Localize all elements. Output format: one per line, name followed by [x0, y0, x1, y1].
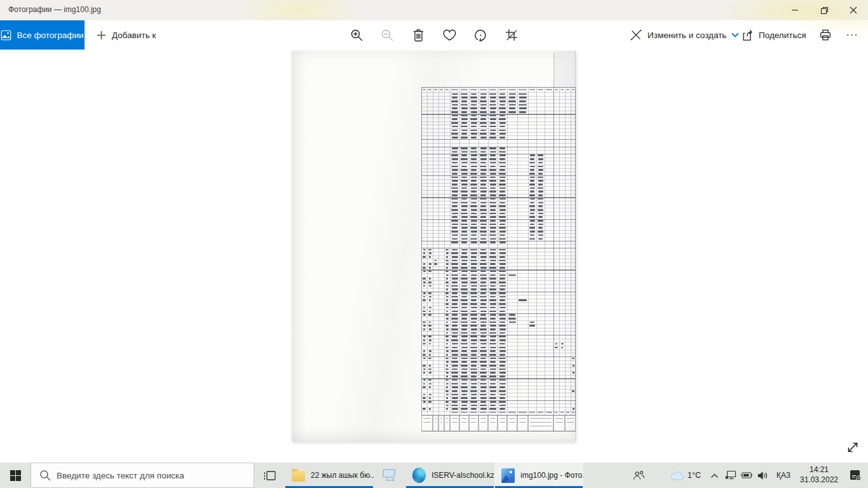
photo-icon — [1, 30, 11, 41]
print-button[interactable] — [810, 20, 841, 50]
language-label: ҚАЗ — [776, 471, 790, 480]
add-to-label: Добавить к — [112, 30, 156, 40]
folder-icon — [292, 471, 305, 482]
close-button[interactable] — [839, 0, 868, 20]
temperature-label: 1°C — [688, 471, 701, 480]
more-button[interactable]: ··· — [839, 20, 865, 50]
minimize-icon — [791, 6, 799, 14]
photos-app-icon — [501, 468, 515, 483]
people-button[interactable] — [628, 463, 649, 488]
more-label: ··· — [846, 29, 858, 41]
all-photos-label: Все фотографии — [17, 30, 83, 40]
zoom-in-icon — [350, 29, 363, 42]
edit-create-label: Изменить и создать — [648, 30, 726, 40]
action-center-icon — [850, 470, 862, 481]
edge-browser-icon — [412, 468, 426, 483]
tray-overflow-button[interactable] — [707, 463, 722, 488]
rotate-icon — [474, 29, 487, 42]
task-view-button[interactable] — [254, 463, 285, 488]
time-label: 14:21 — [810, 465, 829, 474]
taskbar-app-folder[interactable]: 22 жыл ашык бю... — [285, 463, 374, 488]
crop-icon — [505, 29, 518, 41]
all-photos-button[interactable]: Все фотографии — [0, 20, 85, 50]
clock-button[interactable]: 14:21 31.03.2022 — [796, 463, 843, 488]
restore-icon — [820, 6, 829, 15]
edit-create-button[interactable]: Изменить и создать — [626, 20, 743, 50]
people-icon — [633, 470, 645, 480]
taskbar: 22 жыл ашык бю... ISERV-alschool.kz ... … — [0, 463, 868, 488]
monitor-icon — [381, 468, 398, 483]
battery-icon — [740, 471, 753, 479]
paper-fold-shade — [554, 51, 576, 87]
fullscreen-button[interactable] — [843, 437, 863, 458]
trash-icon — [412, 29, 424, 42]
network-icon — [725, 470, 736, 480]
zoom-out-button[interactable] — [372, 20, 402, 50]
heart-icon — [443, 29, 456, 41]
add-to-button[interactable]: Добавить к — [89, 20, 163, 50]
plus-icon — [97, 30, 106, 40]
start-button[interactable] — [0, 463, 31, 488]
zoom-out-icon — [381, 29, 394, 42]
taskbar-search[interactable] — [31, 463, 254, 488]
action-center-button[interactable] — [843, 463, 868, 488]
date-label: 31.03.2022 — [800, 475, 838, 484]
window-title: Фотографии — img100.jpg — [8, 5, 101, 14]
crop-button[interactable] — [496, 20, 527, 50]
volume-icon — [757, 471, 768, 480]
minimize-button[interactable] — [780, 0, 810, 20]
glare-highlight — [229, 0, 369, 20]
toolbar: Все фотографии Добавить к — [0, 20, 868, 50]
photo-view[interactable] — [292, 51, 576, 442]
taskbar-app-label: ISERV-alschool.kz ... — [431, 471, 494, 480]
battery-button[interactable] — [738, 463, 754, 488]
weather-cloud-icon — [670, 470, 684, 480]
photo-canvas — [0, 50, 868, 463]
weather-button[interactable]: 1°C — [665, 463, 707, 488]
taskbar-app-edge[interactable]: ISERV-alschool.kz ... — [405, 463, 494, 488]
task-view-icon — [263, 469, 276, 482]
share-label: Поделиться — [759, 30, 806, 40]
taskbar-app-monitor[interactable] — [374, 463, 405, 488]
taskbar-app-photos[interactable]: img100.jpg - Фото... — [494, 463, 583, 488]
language-button[interactable]: ҚАЗ — [771, 463, 796, 488]
chevron-up-icon — [710, 473, 719, 478]
delete-button[interactable] — [403, 20, 433, 50]
volume-button[interactable] — [754, 463, 771, 488]
zoom-in-button[interactable] — [341, 20, 372, 50]
network-button[interactable] — [722, 463, 738, 488]
print-icon — [819, 29, 832, 41]
restore-button[interactable] — [810, 0, 839, 20]
close-icon — [850, 6, 857, 14]
windows-logo-icon — [10, 470, 21, 481]
clock-label: 14:21 31.03.2022 — [800, 465, 838, 485]
share-button[interactable]: Поделиться — [737, 20, 810, 50]
search-input[interactable] — [57, 471, 241, 480]
taskbar-app-label: img100.jpg - Фото... — [520, 471, 583, 480]
edit-create-icon — [630, 29, 642, 41]
rotate-button[interactable] — [465, 20, 496, 50]
system-tray: 1°C ҚАЗ 14 — [628, 463, 868, 488]
share-icon — [741, 29, 754, 41]
expand-arrow-icon — [846, 440, 860, 454]
taskbar-app-label: 22 жыл ашык бю... — [311, 471, 374, 480]
scanned-table — [421, 87, 576, 431]
search-icon — [39, 470, 51, 481]
titlebar: Фотографии — img100.jpg — [0, 0, 868, 20]
favorite-button[interactable] — [434, 20, 465, 50]
